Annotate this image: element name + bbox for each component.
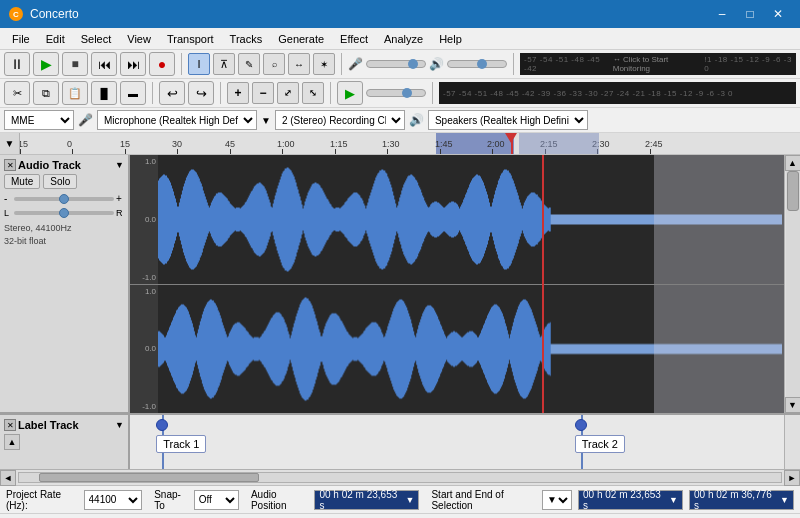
play-button[interactable]: ▶ xyxy=(33,52,59,76)
timeshift-tool[interactable]: ↔ xyxy=(288,53,310,75)
multi-tool[interactable]: ✶ xyxy=(313,53,335,75)
vscroll-down-button[interactable]: ▼ xyxy=(785,397,801,413)
audio-track-control: ✕ Audio Track ▼ Mute Solo - + L R xyxy=(0,155,128,413)
label-track-name[interactable]: Label Track xyxy=(18,419,113,431)
solo-button[interactable]: Solo xyxy=(43,174,77,189)
y-labels-bottom: 1.0 0.0 -1.0 xyxy=(130,285,158,414)
audio-position-label: Audio Position xyxy=(251,489,309,511)
output-level-slider[interactable] xyxy=(447,60,507,68)
play-green-button[interactable]: ▶ xyxy=(337,81,363,105)
vscroll-thumb[interactable] xyxy=(787,171,799,211)
redo-button[interactable]: ↪ xyxy=(188,81,214,105)
ruler-marks xyxy=(20,133,800,155)
separator-3 xyxy=(513,53,514,75)
vscroll-track[interactable] xyxy=(786,171,800,397)
gain-plus: + xyxy=(116,193,124,204)
toolbar-container: ⏸ ▶ ■ ⏮ ⏭ ● I ⊼ ✎ ⌕ ↔ ✶ 🎤 🔊 -57 -54 -51 … xyxy=(0,50,800,133)
vu-monitor-button[interactable]: ↔ Click to Start Monitoring xyxy=(613,55,701,73)
envelope-tool[interactable]: ⊼ xyxy=(213,53,235,75)
undo-button[interactable]: ↩ xyxy=(159,81,185,105)
pan-slider[interactable] xyxy=(14,211,114,215)
menu-help[interactable]: Help xyxy=(431,31,470,47)
cut-button[interactable]: ✂ xyxy=(4,81,30,105)
playback-level-slider[interactable] xyxy=(366,89,426,97)
project-rate-select[interactable]: 44100 xyxy=(84,490,143,510)
vu-meter-top: -57 -54 -51 -48 -45 -42 ↔ Click to Start… xyxy=(520,53,796,75)
selection-type-select[interactable]: ▼ xyxy=(542,490,572,510)
menu-effect[interactable]: Effect xyxy=(332,31,376,47)
hscroll-right-button[interactable]: ► xyxy=(784,470,800,486)
minimize-button[interactable]: – xyxy=(708,0,736,28)
paste-button[interactable]: 📋 xyxy=(62,81,88,105)
channel-select[interactable]: 2 (Stereo) Recording Channels xyxy=(275,110,405,130)
menu-tracks[interactable]: Tracks xyxy=(222,31,271,47)
host-select[interactable]: MME xyxy=(4,110,74,130)
zoom-out-button[interactable]: − xyxy=(252,82,274,104)
label-track-area: ✕ Label Track ▼ ▲ Track 1 Track 2 xyxy=(0,413,800,469)
track-close-button[interactable]: ✕ xyxy=(4,159,16,171)
horizontal-scrollbar[interactable]: ◄ ► xyxy=(0,469,800,485)
maximize-button[interactable]: □ xyxy=(736,0,764,28)
pan-left-label: L xyxy=(4,208,12,218)
label-track-close-button[interactable]: ✕ xyxy=(4,419,16,431)
menu-view[interactable]: View xyxy=(119,31,159,47)
ruler-selection xyxy=(519,133,599,155)
hscroll-left-button[interactable]: ◄ xyxy=(0,470,16,486)
label-track-content[interactable]: Track 1 Track 2 xyxy=(130,415,784,469)
input-device-select[interactable]: Microphone (Realtek High Defini xyxy=(97,110,257,130)
selection-start-display[interactable]: 00 h 02 m 23,653 s▼ xyxy=(578,490,683,510)
audio-track-name[interactable]: Audio Track xyxy=(18,159,113,171)
app-title: Concerto xyxy=(30,7,702,21)
timeline-ruler[interactable]: ▼ xyxy=(0,133,800,155)
zoom-tool[interactable]: ⌕ xyxy=(263,53,285,75)
label-track-collapse-button[interactable]: ▲ xyxy=(4,434,20,450)
label-text-track2[interactable]: Track 2 xyxy=(575,435,625,453)
selection-label: Start and End of Selection xyxy=(431,489,536,511)
separator-1 xyxy=(181,53,182,75)
input-level-slider[interactable] xyxy=(366,60,426,68)
silence-button[interactable]: ▬ xyxy=(120,81,146,105)
vertical-scrollbar[interactable]: ▲ ▼ xyxy=(784,155,800,413)
hscroll-thumb[interactable] xyxy=(39,473,259,482)
gain-slider[interactable] xyxy=(14,197,114,201)
menu-generate[interactable]: Generate xyxy=(270,31,332,47)
label-text-track1[interactable]: Track 1 xyxy=(156,435,206,453)
menu-edit[interactable]: Edit xyxy=(38,31,73,47)
record-button[interactable]: ● xyxy=(149,52,175,76)
selection-tool[interactable]: I xyxy=(188,53,210,75)
hscroll-track[interactable] xyxy=(18,472,782,483)
separator-6 xyxy=(330,82,331,104)
stop-button[interactable]: ■ xyxy=(62,52,88,76)
menu-file[interactable]: File xyxy=(4,31,38,47)
svg-text:C: C xyxy=(13,10,19,19)
skip-forward-button[interactable]: ⏭ xyxy=(120,52,146,76)
app-icon: C xyxy=(8,6,24,22)
mute-button[interactable]: Mute xyxy=(4,174,40,189)
zoom-in-button[interactable]: + xyxy=(227,82,249,104)
zoom-fit-button[interactable]: ⤢ xyxy=(277,82,299,104)
pan-right-label: R xyxy=(116,208,124,218)
skip-back-button[interactable]: ⏮ xyxy=(91,52,117,76)
close-button[interactable]: ✕ xyxy=(764,0,792,28)
copy-button[interactable]: ⧉ xyxy=(33,81,59,105)
speaker-icon: 🔊 xyxy=(429,57,444,71)
snap-to-select[interactable]: Off xyxy=(194,490,239,510)
ruler-scroll-arrow[interactable]: ▼ xyxy=(0,133,20,155)
pause-button[interactable]: ⏸ xyxy=(4,52,30,76)
audio-position-display[interactable]: 00 h 02 m 23,653 s▼ xyxy=(314,490,419,510)
waveform-display: 1.0 0.0 -1.0 1.0 0.0 -1.0 xyxy=(130,155,784,413)
pencil-tool[interactable]: ✎ xyxy=(238,53,260,75)
titlebar: C Concerto – □ ✕ xyxy=(0,0,800,28)
menu-select[interactable]: Select xyxy=(73,31,120,47)
menu-transport[interactable]: Transport xyxy=(159,31,222,47)
track-info: Stereo, 44100Hz32-bit float xyxy=(4,222,124,247)
trim-button[interactable]: ▐▌ xyxy=(91,81,117,105)
track-menu-arrow[interactable]: ▼ xyxy=(115,160,124,170)
label-track-menu-arrow[interactable]: ▼ xyxy=(115,420,124,430)
output-device-select[interactable]: Speakers (Realtek High Definiti xyxy=(428,110,588,130)
playhead-triangle xyxy=(505,133,517,143)
zoom-sel-button[interactable]: ⤡ xyxy=(302,82,324,104)
vscroll-up-button[interactable]: ▲ xyxy=(785,155,801,171)
selection-end-display[interactable]: 00 h 02 m 36,776 s▼ xyxy=(689,490,794,510)
menu-analyze[interactable]: Analyze xyxy=(376,31,431,47)
